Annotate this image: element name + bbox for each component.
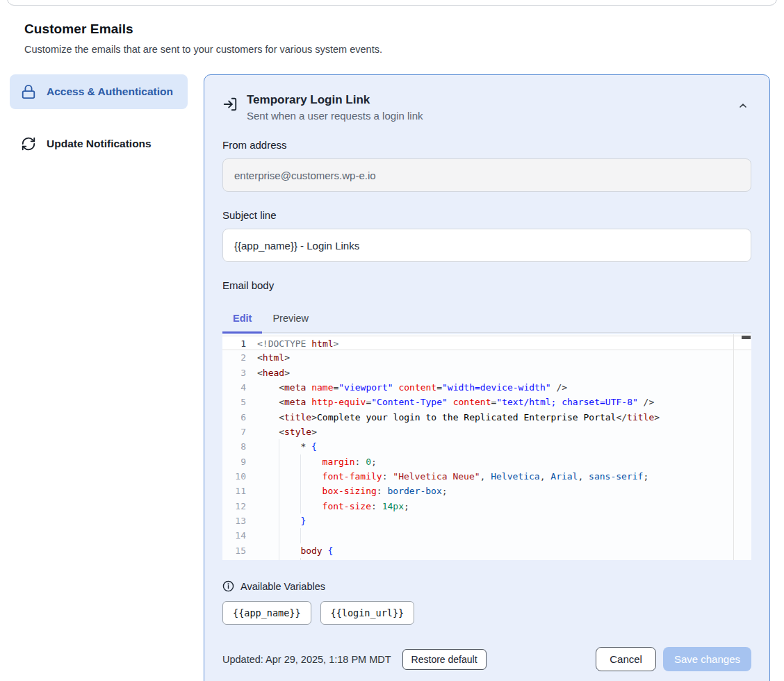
line-number: 3 bbox=[222, 366, 257, 380]
code-line-7: 7<style> bbox=[222, 425, 751, 439]
panel-footer: Updated: Apr 29, 2025, 1:18 PM MDT Resto… bbox=[222, 647, 751, 671]
code-line-1: 1<!DOCTYPE html> bbox=[222, 336, 751, 350]
code-line-4: 4<meta name="viewport" content="width=de… bbox=[222, 380, 751, 395]
subject-line-label: Subject line bbox=[222, 209, 751, 221]
editor-scrollbar[interactable] bbox=[733, 334, 751, 560]
page-subtitle: Customize the emails that are sent to yo… bbox=[24, 44, 760, 55]
line-number: 4 bbox=[222, 380, 257, 395]
sidebar-item-update-notifications[interactable]: Update Notifications bbox=[10, 126, 188, 161]
page-header: Customer Emails Customize the emails tha… bbox=[0, 0, 784, 55]
from-address-input bbox=[222, 158, 751, 192]
updated-timestamp: Updated: Apr 29, 2025, 1:18 PM MDT bbox=[222, 654, 391, 665]
line-number: 11 bbox=[222, 484, 257, 498]
editor-scrollbar-thumb[interactable] bbox=[742, 336, 751, 339]
variable-chip-app-name[interactable]: {{app_name}} bbox=[222, 601, 311, 625]
code-line-6: 6<title>Complete your login to the Repli… bbox=[222, 410, 751, 425]
line-number: 2 bbox=[222, 350, 257, 365]
line-number: 6 bbox=[222, 410, 257, 425]
line-number: 9 bbox=[222, 454, 257, 469]
subject-line-input[interactable] bbox=[222, 229, 751, 262]
line-number: 8 bbox=[222, 439, 257, 454]
previous-card-bottom-edge bbox=[7, 0, 777, 6]
code-line-15: 15body { bbox=[222, 543, 751, 558]
variable-chip-login-url[interactable]: {{login_url}} bbox=[320, 601, 415, 625]
tab-preview[interactable]: Preview bbox=[262, 306, 319, 334]
temporary-login-link-panel: Temporary Login Link Sent when a user re… bbox=[204, 74, 770, 681]
tab-edit[interactable]: Edit bbox=[222, 306, 262, 334]
line-number: 13 bbox=[222, 514, 257, 528]
cancel-button[interactable]: Cancel bbox=[596, 647, 656, 671]
code-editor[interactable]: 1<!DOCTYPE html>2<html>3<head>4<meta nam… bbox=[222, 334, 751, 560]
line-number: 16 bbox=[222, 558, 257, 560]
line-number: 15 bbox=[222, 543, 257, 558]
available-variables-label: Available Variables bbox=[240, 581, 325, 592]
code-line-16: 16background-color: #f6f9fc; bbox=[222, 558, 751, 560]
email-body-label: Email body bbox=[222, 279, 751, 291]
sidebar-item-label: Access & Authentication bbox=[47, 85, 173, 98]
code-line-12: 12font-size: 14px; bbox=[222, 499, 751, 514]
restore-default-button[interactable]: Restore default bbox=[402, 649, 487, 670]
panel-title-block: Temporary Login Link Sent when a user re… bbox=[247, 93, 423, 122]
refresh-icon bbox=[21, 136, 36, 151]
panel-title: Temporary Login Link bbox=[247, 93, 423, 107]
code-line-3: 3<head> bbox=[222, 366, 751, 380]
code-line-11: 11box-sizing: border-box; bbox=[222, 484, 751, 498]
sidebar-item-access-authentication[interactable]: Access & Authentication bbox=[10, 74, 188, 109]
chevron-up-icon bbox=[737, 100, 749, 111]
code-line-8: 8* { bbox=[222, 439, 751, 454]
line-number: 10 bbox=[222, 469, 257, 484]
line-number: 5 bbox=[222, 395, 257, 409]
code-line-5: 5<meta http-equiv="Content-Type" content… bbox=[222, 395, 751, 409]
lock-icon bbox=[21, 84, 36, 99]
line-number: 14 bbox=[222, 528, 257, 543]
sidebar-item-label: Update Notifications bbox=[47, 138, 152, 150]
code-line-9: 9margin: 0; bbox=[222, 454, 751, 469]
from-address-label: From address bbox=[222, 139, 751, 151]
page-title: Customer Emails bbox=[24, 22, 760, 37]
code-line-10: 10font-family: "Helvetica Neue", Helveti… bbox=[222, 469, 751, 484]
variable-chips: {{app_name}} {{login_url}} bbox=[222, 601, 751, 625]
code-line-14: 14 bbox=[222, 528, 751, 543]
email-types-sidebar: Access & Authentication Update Notificat… bbox=[10, 74, 188, 161]
code-editor-lines: 1<!DOCTYPE html>2<html>3<head>4<meta nam… bbox=[222, 336, 751, 560]
log-in-icon bbox=[222, 97, 238, 112]
code-line-13: 13} bbox=[222, 514, 751, 528]
panel-subtitle: Sent when a user requests a login link bbox=[247, 110, 423, 122]
collapse-button[interactable] bbox=[735, 97, 751, 114]
line-number: 1 bbox=[222, 336, 257, 350]
email-body-tabs: Edit Preview bbox=[222, 306, 751, 333]
code-line-2: 2<html> bbox=[222, 350, 751, 365]
line-number: 7 bbox=[222, 425, 257, 439]
line-number: 12 bbox=[222, 499, 257, 514]
save-changes-button[interactable]: Save changes bbox=[663, 647, 751, 671]
info-icon bbox=[222, 580, 234, 592]
